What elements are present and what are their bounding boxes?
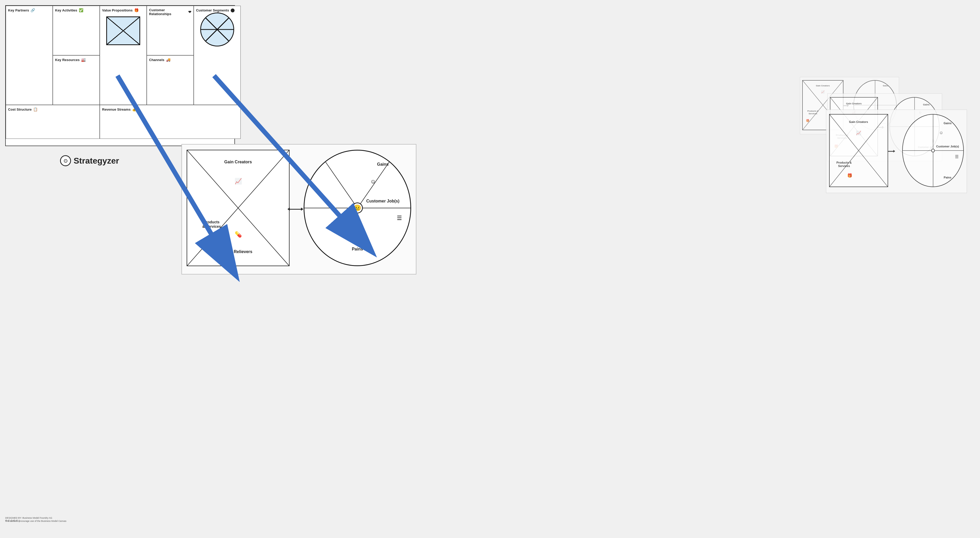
vpc-mid-gain-icon: 📈 [856, 130, 861, 135]
vpc-mid-gain-creators-label: Gain Creators [835, 120, 882, 124]
vpc-large-gains-label: Gains [363, 162, 403, 167]
key-resources-text: Key Resources [55, 58, 80, 62]
strategyzer-text: Strategyzer [74, 156, 119, 166]
vpc-midfar-gain-creators-label: Gain Creators [835, 102, 873, 105]
vpc-far-gain-creators-icon: 📈 [821, 90, 825, 94]
value-propositions-label: Value Propositions 🎁 [102, 8, 144, 12]
vpc-mid-pains-label: Pains [936, 176, 959, 179]
vpc-large-customer-jobs-label: Customer Job(s) [361, 199, 405, 203]
channels-cell: Channels 🚚 [147, 55, 194, 105]
vpc-mid-customer-label: Customer Job(s) [935, 145, 961, 148]
vpc-large-gain-creators-icon: 📈 [235, 178, 242, 185]
vpc-large-center-face: 😐 [352, 203, 363, 213]
vpc-mid: Gain Creators 📈 Products & Services 🎁 Ga… [826, 110, 967, 193]
customer-segments-cell: Customer Segments ⬤ [194, 6, 241, 105]
vpc-mid-gains-label: Gains [936, 122, 959, 125]
vpc-mid-connector [888, 151, 894, 152]
vpc-large-customer-jobs-icon: ☰ [397, 215, 402, 222]
vpc-large-pain-relievers-icon: 💊 [235, 231, 242, 238]
key-partners-icon: 🔗 [30, 8, 35, 12]
vpc-large-gains-icon: ☺ [370, 178, 376, 185]
key-activities-label: Key Activities ✅ [55, 8, 97, 12]
vpc-mid-products-label: Products & Services [833, 161, 855, 168]
cost-structure-label: Cost Structure 📋 [8, 107, 97, 111]
channels-label: Channels 🚚 [149, 58, 191, 62]
cs-diagram [200, 13, 234, 46]
vpc-large: Gain Creators 📈 Products& Services 🎁 Pai… [181, 144, 416, 275]
value-propositions-text: Value Propositions [102, 8, 133, 12]
vpc-large-pain-relievers-label: Pain Relievers [208, 249, 269, 254]
footer-line1: DESIGNED BY: Business Model Foundry AG [5, 516, 66, 520]
customer-segments-text: Customer Segments [196, 8, 229, 12]
vpc-mid-circle: Gains ☺ Customer Job(s) ☰ Pains [902, 114, 964, 187]
vpc-mid-gains-icon: ☺ [939, 130, 943, 135]
value-propositions-icon: 🎁 [134, 8, 138, 12]
customer-relationships-label: Customer Relationships ❤ [149, 8, 191, 16]
customer-relationships-cell: Customer Relationships ❤ [147, 6, 194, 55]
revenue-streams-text: Revenue Streams [102, 108, 130, 111]
bmc-grid: Key Partners 🔗 Key Activities ✅ Value Pr… [6, 6, 234, 146]
channels-icon: 🚚 [166, 58, 170, 62]
vpc-large-connector [290, 209, 301, 210]
vpc-mid-customer-icon: ☰ [955, 154, 959, 159]
customer-relationships-icon: ❤ [188, 10, 191, 14]
svg-line-18 [326, 162, 357, 208]
vpc-large-products-icon: 🎁 [199, 240, 207, 247]
vpc-mid-products-icon: 🎁 [847, 173, 852, 178]
vpc-far-products-icon: 🎁 [806, 119, 810, 122]
key-resources-label: Key Resources 🏭 [55, 58, 97, 62]
vpc-large-pains-icon: ☹ [355, 230, 361, 236]
revenue-streams-label: Revenue Streams 💰 [102, 107, 239, 111]
vp-diagram [106, 16, 140, 45]
key-partners-text: Key Partners [8, 8, 29, 12]
vpc-large-gain-creators-label: Gain Creators [208, 159, 269, 164]
customer-segments-label: Customer Segments ⬤ [196, 8, 239, 12]
strategyzer-icon: ⊙ [60, 155, 71, 166]
vpc-far-products-label: Products & Services [806, 110, 820, 115]
key-activities-text: Key Activities [55, 8, 77, 12]
strategyzer-logo-area: ⊙ Strategyzer [60, 155, 119, 166]
revenue-streams-icon: 💰 [132, 107, 137, 111]
cost-structure-cell: Cost Structure 📋 [6, 105, 100, 139]
key-partners-cell: Key Partners 🔗 [6, 6, 53, 105]
key-activities-cell: Key Activities ✅ [53, 6, 100, 55]
vpc-midfar-gains-label: Gains [917, 103, 935, 106]
customer-segments-icon: ⬤ [231, 8, 235, 12]
vpc-far-gain-creators-label: Gain Creators [807, 84, 839, 87]
vpc-mid-center [931, 149, 935, 152]
cost-structure-text: Cost Structure [8, 108, 32, 111]
customer-relationships-text: Customer Relationships [149, 8, 187, 16]
key-partners-label: Key Partners 🔗 [8, 8, 50, 12]
copyright-icons: ©©©©©| [5, 519, 19, 522]
value-propositions-cell: Value Propositions 🎁 [100, 6, 147, 105]
channels-text: Channels [149, 58, 164, 62]
vpc-large-square: Gain Creators 📈 Products& Services 🎁 Pai… [187, 150, 290, 266]
key-resources-cell: Key Resources 🏭 [53, 55, 100, 105]
vpc-large-circle: Gains ☺ Customer Job(s) ☰ Pains ☹ 😐 [304, 150, 411, 266]
cost-structure-icon: 📋 [33, 107, 38, 111]
vpc-large-pains-label: Pains [331, 247, 384, 252]
vpc-far-gains-label: Gains [877, 84, 894, 87]
vpc-large-products-label: Products& Services [192, 220, 231, 229]
revenue-streams-cell: Revenue Streams 💰 [100, 105, 241, 139]
vpc-mid-square: Gain Creators 📈 Products & Services 🎁 [829, 114, 888, 187]
bmc-canvas: Key Partners 🔗 Key Activities ✅ Value Pr… [5, 5, 235, 146]
key-activities-icon: ✅ [79, 8, 83, 12]
key-resources-icon: 🏭 [81, 58, 86, 62]
